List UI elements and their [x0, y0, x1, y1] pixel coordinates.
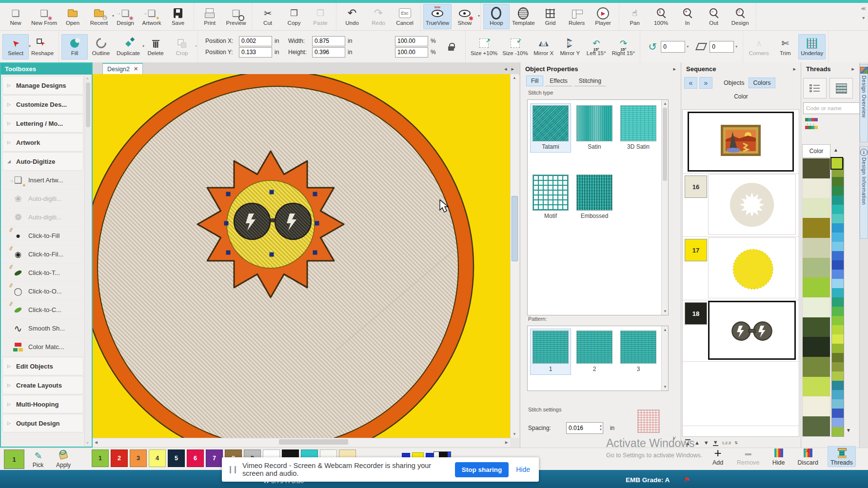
side-tab-design-information[interactable]: Design Information — [860, 146, 868, 239]
toolbox-section-auto-digitize[interactable]: ◢Auto-Digitize — [2, 152, 83, 171]
collapse-arrow-icon[interactable]: ◢ — [7, 159, 12, 164]
toolbox-section-lettering-mo[interactable]: ▷Lettering / Mo... — [2, 114, 83, 133]
palette-swatch-6[interactable]: 6 — [187, 449, 204, 467]
position-x-input[interactable] — [239, 36, 272, 46]
object-thumbnail[interactable] — [708, 237, 796, 298]
expand-arrow-icon[interactable]: ▷ — [7, 121, 12, 126]
recent-folder-button[interactable]: ◷Recent▾ — [86, 4, 112, 29]
zoom-out-button[interactable]: −Out — [701, 4, 727, 29]
side-tab-design-overview[interactable]: Design Overview — [860, 64, 868, 142]
scroll-up-icon[interactable]: ▲ — [513, 76, 516, 80]
sequence-item-16[interactable]: 16 — [683, 173, 799, 237]
hide-button[interactable]: Hide — [769, 446, 789, 467]
sequence-back-button[interactable]: « — [684, 77, 697, 89]
grid-button[interactable]: Grid — [537, 4, 564, 29]
panel-menu-icon[interactable]: ▸ — [673, 66, 676, 72]
palette-swatch-2[interactable]: 2 — [111, 449, 128, 467]
print-button[interactable]: Print — [197, 4, 223, 29]
underlay-button[interactable]: Underlay — [798, 34, 826, 59]
zoom-100-button[interactable]: 1100% — [648, 4, 674, 29]
expand-arrow-icon[interactable]: ▷ — [7, 421, 12, 426]
aspect-lock-icon[interactable] — [444, 40, 458, 53]
design-file-button[interactable]: ❏❀→Design — [112, 4, 138, 29]
scrollbar-thumb[interactable] — [279, 439, 348, 445]
object-thumbnail[interactable] — [708, 174, 796, 235]
cut-button[interactable]: ✂Cut — [255, 4, 281, 29]
rotate-left-15-button[interactable]: ↶15°Left 15° — [583, 34, 610, 59]
expand-arrow-icon[interactable]: ▷ — [7, 140, 12, 145]
template-button[interactable]: Template — [510, 4, 537, 29]
panel-menu-icon[interactable]: ▸ — [793, 66, 796, 72]
show-settings-button[interactable]: ✱Show▾ — [452, 4, 478, 29]
toolbox-section-multi-hooping[interactable]: ▷Multi-Hooping — [2, 395, 83, 413]
sidebar-scrollbar[interactable]: ˄ ˅ — [84, 76, 91, 446]
thread-color-row[interactable] — [803, 317, 830, 337]
outline-button[interactable]: Outline — [88, 34, 114, 59]
tab-effects[interactable]: Effects — [545, 76, 572, 86]
toolbox-section-create-layouts[interactable]: ▷Create Layouts — [2, 376, 83, 394]
collapse-toolbar-icon[interactable]: ≪ — [861, 6, 866, 11]
color-chip-16[interactable]: 16 — [685, 176, 707, 198]
expand-settings-icon[interactable]: ˅ — [673, 435, 676, 441]
sequence-item-artwork[interactable] — [683, 111, 799, 174]
palette-swatch-5[interactable]: 5 — [168, 449, 185, 467]
pick-color-button[interactable]: ✐Pick — [27, 449, 49, 468]
object-thumbnail[interactable] — [708, 301, 796, 360]
dropdown-caret[interactable]: ▾ — [687, 44, 689, 49]
stitch-gallery-scrollbar[interactable]: ▲ ▼ — [661, 100, 668, 315]
expand-arrow-icon[interactable]: ▷ — [7, 102, 12, 107]
stop-sharing-button[interactable]: Stop sharing — [455, 462, 509, 477]
palette-swatch-4[interactable]: 4 — [149, 449, 166, 467]
tool-click-to-fil[interactable]: ◉✐Click-to-Fil... — [1, 245, 84, 264]
thread-color-row[interactable] — [803, 218, 830, 238]
tab-close-icon[interactable]: ✕ — [134, 66, 138, 72]
scroll-down-icon[interactable]: ˅ — [86, 441, 89, 445]
thread-spectrum-strip[interactable] — [831, 158, 844, 437]
scrollbar-thumb[interactable] — [86, 82, 90, 127]
spacing-input[interactable] — [566, 422, 603, 434]
thread-color-row[interactable] — [803, 258, 830, 278]
scroll-down-icon[interactable]: ▼ — [846, 428, 851, 433]
expand-arrow-icon[interactable]: ▷ — [7, 364, 12, 369]
scroll-up-icon[interactable]: ˄ — [86, 77, 89, 81]
document-tab-design2[interactable]: Design2 ✕ — [102, 63, 143, 74]
move-up-icon[interactable]: ▲ — [694, 440, 700, 446]
current-color-swatch[interactable]: 1 — [4, 449, 24, 469]
thread-color-row[interactable] — [803, 198, 830, 218]
panel-menu-icon[interactable]: ▸ — [851, 66, 854, 72]
scroll-up-icon[interactable]: ▲ — [663, 101, 667, 106]
pattern-2[interactable]: 2 — [574, 329, 614, 374]
toolbox-section-output-design[interactable]: ▷Output Design — [2, 414, 83, 432]
pattern-3[interactable]: 3 — [618, 329, 658, 374]
thread-color-column-header[interactable]: Color — [802, 144, 830, 158]
reshape-button[interactable]: ➤Reshape — [29, 34, 56, 59]
scrollbar-thumb[interactable] — [663, 108, 667, 181]
toolbox-section-edit-objects[interactable]: ▷Edit Objects — [2, 357, 83, 375]
pattern-scrollbar[interactable]: ▲ ▼ — [661, 326, 668, 390]
add-button[interactable]: +Add — [708, 446, 728, 467]
canvas-vertical-scrollbar[interactable]: ▲ ▼ — [510, 74, 519, 438]
fill-button[interactable]: Fill — [61, 34, 88, 59]
thread-color-row[interactable] — [803, 277, 830, 297]
tool-smooth-sh[interactable]: ∿Smooth Sh... — [1, 319, 84, 338]
dropdown-caret[interactable]: ▾ — [735, 44, 737, 49]
object-thumbnail[interactable] — [688, 112, 794, 172]
thread-color-row[interactable] — [803, 416, 830, 436]
color-chip-17[interactable]: 17 — [685, 239, 707, 261]
trim-button[interactable]: ✄Trim — [772, 34, 798, 59]
mirror-y-button[interactable]: ◭◮Mirror Y — [557, 34, 583, 59]
stitch-type-3d-satin[interactable]: 3D Satin — [618, 104, 658, 152]
tool-click-to-fill[interactable]: ●✐Click-to-Fill — [1, 227, 84, 245]
embroidery-design[interactable] — [93, 74, 510, 438]
move-down-icon[interactable]: ▼ — [704, 440, 709, 446]
width-percent-input[interactable] — [395, 36, 428, 46]
sequence-tab-objects[interactable]: Objects — [719, 78, 749, 88]
rotate-angle-input[interactable] — [661, 41, 685, 53]
toolbox-section-manage-designs[interactable]: ▷Manage Designs — [2, 76, 83, 95]
new-from-button[interactable]: ❏❀New From — [29, 4, 59, 29]
thread-color-row[interactable] — [803, 297, 830, 317]
selected-thread-marker[interactable] — [830, 157, 843, 170]
thread-color-row[interactable] — [803, 396, 830, 416]
thread-search-input[interactable] — [803, 102, 860, 114]
thread-grid-view-button[interactable] — [829, 78, 853, 98]
